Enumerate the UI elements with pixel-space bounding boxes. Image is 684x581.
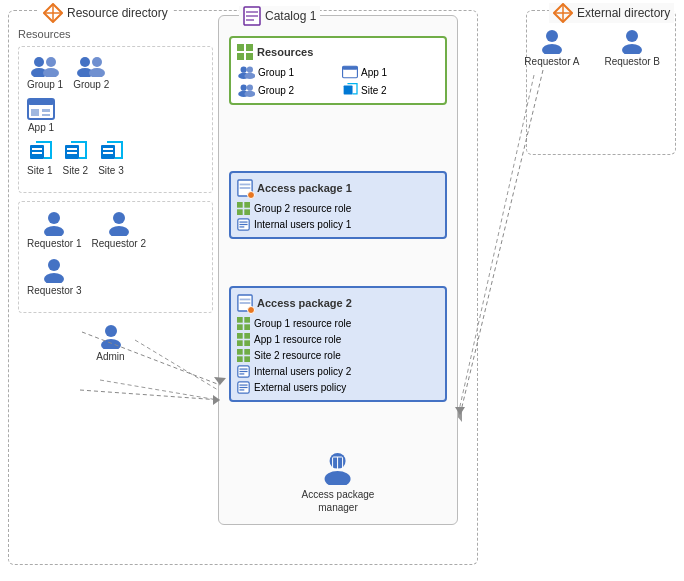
ap1-header: Access package 1 bbox=[237, 179, 439, 197]
svg-rect-70 bbox=[244, 209, 250, 215]
svg-rect-62 bbox=[344, 86, 353, 95]
ap2-label: Access package 2 bbox=[257, 297, 352, 309]
ap2-header: Access package 2 bbox=[237, 294, 439, 312]
catalog-resources-icon bbox=[237, 44, 253, 60]
svg-point-105 bbox=[622, 44, 642, 54]
svg-rect-65 bbox=[240, 184, 251, 186]
catalog-resources-title: Resources bbox=[257, 46, 313, 58]
svg-rect-20 bbox=[28, 99, 54, 105]
svg-rect-89 bbox=[244, 356, 250, 362]
svg-rect-68 bbox=[244, 202, 250, 208]
ap2-grid1-icon bbox=[237, 317, 250, 330]
svg-rect-87 bbox=[244, 349, 250, 355]
svg-rect-45 bbox=[246, 11, 258, 13]
access-package-1-box: Access package 1 Group 2 resource role bbox=[229, 171, 447, 239]
svg-point-42 bbox=[105, 325, 117, 337]
svg-rect-80 bbox=[237, 324, 243, 330]
ap2-item-1-label: App 1 resource role bbox=[254, 334, 341, 345]
site3-icon bbox=[99, 141, 123, 163]
svg-point-39 bbox=[109, 226, 129, 236]
svg-rect-31 bbox=[67, 152, 77, 154]
site1-icon bbox=[28, 141, 52, 163]
app1-icon bbox=[27, 98, 55, 120]
svg-rect-81 bbox=[244, 324, 250, 330]
group1-icon bbox=[29, 55, 61, 77]
svg-rect-26 bbox=[32, 148, 42, 150]
svg-rect-84 bbox=[237, 340, 243, 346]
requestor3-icon bbox=[43, 257, 65, 283]
cat-app1: App 1 bbox=[342, 65, 439, 79]
svg-point-52 bbox=[241, 67, 247, 73]
svg-rect-83 bbox=[244, 333, 250, 339]
svg-point-99 bbox=[325, 471, 351, 485]
requestor-b-icon bbox=[621, 28, 643, 54]
svg-point-58 bbox=[241, 85, 247, 91]
svg-rect-35 bbox=[103, 152, 113, 154]
svg-rect-49 bbox=[246, 44, 253, 51]
svg-point-11 bbox=[34, 57, 44, 67]
svg-rect-30 bbox=[67, 148, 77, 150]
requestor2-item: Requestor 2 bbox=[91, 210, 145, 249]
cat-group2: Group 2 bbox=[237, 83, 334, 97]
access-package-manager: Access package manager bbox=[302, 451, 375, 514]
ap2-item-1: App 1 resource role bbox=[237, 333, 439, 346]
ap1-medal bbox=[247, 191, 255, 199]
svg-rect-69 bbox=[237, 209, 243, 215]
svg-rect-82 bbox=[237, 333, 243, 339]
svg-point-43 bbox=[101, 339, 121, 349]
site1-item: Site 1 bbox=[27, 141, 53, 176]
ap2-item-0-label: Group 1 resource role bbox=[254, 318, 351, 329]
ap2-grid3-icon bbox=[237, 349, 250, 362]
site3-item: Site 3 bbox=[98, 141, 124, 176]
svg-rect-57 bbox=[343, 66, 358, 69]
resource-dir-icon bbox=[43, 3, 63, 23]
app1-item: App 1 bbox=[27, 98, 55, 133]
resource-directory-label: Resource directory bbox=[39, 3, 172, 23]
external-directory-label: External directory bbox=[549, 3, 674, 23]
ap2-item-2-label: Site 2 resource role bbox=[254, 350, 341, 361]
group2-item: Group 2 bbox=[73, 55, 109, 90]
requestors-box: Requestor 1 Requestor 2 Requestor bbox=[18, 201, 213, 313]
group2-icon bbox=[75, 55, 107, 77]
ap1-label: Access package 1 bbox=[257, 182, 352, 194]
ap1-item-1-label: Internal users policy 1 bbox=[254, 219, 351, 230]
svg-rect-86 bbox=[237, 349, 243, 355]
requestor1-item: Requestor 1 bbox=[27, 210, 81, 249]
svg-point-104 bbox=[626, 30, 638, 42]
catalog-box: Catalog 1 Resources bbox=[218, 15, 458, 525]
svg-rect-34 bbox=[103, 148, 113, 150]
svg-point-17 bbox=[92, 57, 102, 67]
svg-rect-50 bbox=[237, 53, 244, 60]
svg-rect-47 bbox=[246, 19, 254, 21]
ap1-policy-icon bbox=[237, 218, 250, 231]
svg-point-54 bbox=[247, 67, 253, 73]
ap2-item-0: Group 1 resource role bbox=[237, 317, 439, 330]
resources-panel: Resources Group 1 bbox=[18, 28, 213, 362]
svg-rect-85 bbox=[244, 340, 250, 346]
ap1-item-1: Internal users policy 1 bbox=[237, 218, 439, 231]
resources-group-box: Group 1 Group 2 bbox=[18, 46, 213, 193]
ap2-item-3: Internal users policy 2 bbox=[237, 365, 439, 378]
manager-icon bbox=[323, 451, 353, 485]
svg-point-37 bbox=[44, 226, 64, 236]
svg-rect-78 bbox=[237, 317, 243, 323]
ap2-item-4-label: External users policy bbox=[254, 382, 346, 393]
requestor-b-item: Requestor B bbox=[604, 28, 660, 67]
cat-app1-icon bbox=[342, 65, 358, 79]
cat-site2-icon bbox=[342, 83, 358, 97]
cat-site2: Site 2 bbox=[342, 83, 439, 97]
requestor3-item: Requestor 3 bbox=[27, 257, 81, 296]
group1-item: Group 1 bbox=[27, 55, 63, 90]
svg-rect-51 bbox=[246, 53, 253, 60]
ap1-item-0-label: Group 2 resource role bbox=[254, 203, 351, 214]
svg-point-41 bbox=[44, 273, 64, 283]
svg-rect-46 bbox=[246, 15, 258, 17]
requestor1-icon bbox=[43, 210, 65, 236]
ap2-item-2: Site 2 resource role bbox=[237, 349, 439, 362]
ap2-item-3-label: Internal users policy 2 bbox=[254, 366, 351, 377]
admin-item: Admin bbox=[18, 323, 203, 362]
svg-point-18 bbox=[89, 68, 105, 77]
svg-rect-67 bbox=[237, 202, 243, 208]
cat-group2-icon bbox=[237, 83, 255, 97]
svg-point-36 bbox=[48, 212, 60, 224]
